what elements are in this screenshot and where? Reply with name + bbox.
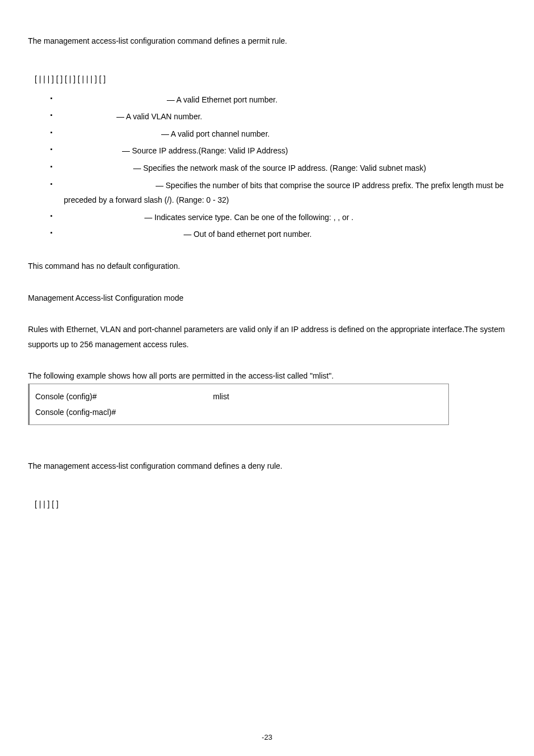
bullet-prefix-length: — Specifies the number of bits that comp… [50,178,506,208]
bullet-text: or [342,213,351,222]
bullet-text: — Out of band ethernet port number. [181,230,312,239]
deny-intro-post: management access-list configuration com… [44,461,282,470]
deny-intro: The management access-list configuration… [28,459,506,474]
example-prompt: Console (config-macl)# [35,408,116,417]
bullet-service-type: — Indicates service type. Can be one of … [50,210,506,225]
user-guidelines-section: Rules with Ethernet, VLAN and port-chann… [28,322,506,352]
example-line-2: Console (config-macl)# [35,404,443,420]
page-number: -23 [0,731,534,745]
command-mode-section: Management Access-list Configuration mod… [28,291,506,306]
bullet-port-channel: — A valid port channel number. [50,127,506,142]
bullet-mask: — Specifies the network mask of the sour… [50,161,506,176]
permit-intro: The management access-list configuration… [28,34,506,49]
page: The management access-list configuration… [0,0,534,756]
example-arg: mlist [213,392,229,401]
bullet-text: — Specifies the network mask of the sour… [131,164,426,172]
permit-intro-pre: The [28,36,44,45]
bullet-text: — Indicates service type. Can be one of … [142,213,334,222]
bullet-oob-port: — Out of band ethernet port number. [50,227,506,242]
bullet-text: — Source IP address.(Range: Valid IP Add… [120,146,288,155]
default-config-section: This command has no default configuratio… [28,259,506,274]
command-mode-text: Management Access-list Configuration mod… [28,293,184,302]
default-config-text: This command has no default configuratio… [28,262,180,270]
permit-bullet-list: — A valid Ethernet port number. — A vali… [50,92,506,242]
bullet-source-ip: — Source IP address.(Range: Valid IP Add… [50,143,506,158]
example-prompt: Console (config)# [35,392,99,401]
permit-intro-post: management access-list configuration com… [44,36,287,45]
bullet-text: . [352,213,354,222]
bullet-text: — A valid Ethernet port number. [165,95,278,104]
deny-syntax: [ | | ] [ ] [35,496,506,512]
bullet-vlan-number: — A valid VLAN number. [50,109,506,124]
bullet-text: — A valid port channel number. [159,129,270,138]
example-box: Console (config)# mlist Console (config-… [28,384,449,425]
deny-intro-pre: The [28,461,44,470]
bullet-text: — Specifies the number of bits that comp… [64,181,504,205]
example-intro: The following example shows how all port… [28,368,506,384]
example-line-1: Console (config)# mlist [35,389,443,404]
bullet-ethernet-port: — A valid Ethernet port number. [50,92,506,108]
permit-syntax: [ | | | ] [ ] [ [35,71,506,87]
user-guidelines-text: Rules with Ethernet, VLAN and port-chann… [28,325,505,349]
bullet-text: — A valid VLAN number. [114,112,202,121]
